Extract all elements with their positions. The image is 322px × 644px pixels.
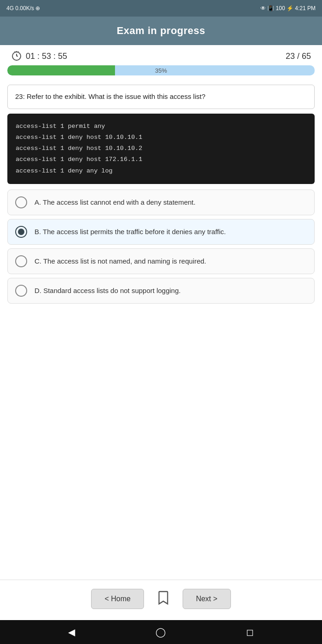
progress-bar-container: 35% xyxy=(7,65,315,75)
options-container: A. The access list cannot end with a den… xyxy=(7,190,315,304)
bookmark-button[interactable] xyxy=(153,586,173,611)
network-info: 4G 0.00K/s ⊕ xyxy=(6,5,40,12)
status-right: 👁 📳 100 ⚡ 4:21 PM xyxy=(260,5,316,12)
code-line-3: access-list 1 deny host 10.10.10.2 xyxy=(16,143,306,154)
option-a-text: A. The access list cannot end with a den… xyxy=(34,197,196,208)
code-line-1: access-list 1 permit any xyxy=(16,121,306,132)
next-button[interactable]: Next > xyxy=(183,589,231,609)
option-d-text: D. Standard access lists do not support … xyxy=(34,286,181,296)
option-b-text: B. The access list permits the traffic b… xyxy=(34,227,226,237)
content-spacer xyxy=(0,304,322,571)
back-button[interactable]: ◀ xyxy=(68,627,75,638)
exam-header: Exam in progress xyxy=(0,17,322,45)
option-c[interactable]: C. The access list is not named, and nam… xyxy=(7,248,315,274)
status-icons: 👁 📳 100 ⚡ 4:21 PM xyxy=(260,5,316,12)
radio-b-inner xyxy=(18,229,24,235)
code-line-2: access-list 1 deny host 10.10.10.1 xyxy=(16,132,306,143)
code-block: access-list 1 permit any access-list 1 d… xyxy=(7,114,315,184)
question-box: 23: Refer to the exhibit. What is the is… xyxy=(7,85,315,109)
recents-button[interactable]: ◻ xyxy=(246,627,254,638)
timer-icon xyxy=(11,51,22,62)
status-left: 4G 0.00K/s ⊕ xyxy=(6,5,40,12)
question-count: 23 / 65 xyxy=(286,52,311,61)
option-c-text: C. The access list is not named, and nam… xyxy=(34,256,206,267)
timer-value: 01 : 53 : 55 xyxy=(26,52,67,61)
code-line-5: access-list 1 deny any log xyxy=(16,166,306,177)
radio-c xyxy=(15,255,27,267)
radio-a xyxy=(15,196,27,208)
progress-label: 35% xyxy=(155,67,167,74)
option-a[interactable]: A. The access list cannot end with a den… xyxy=(7,190,315,215)
bookmark-icon xyxy=(157,590,170,606)
code-line-4: access-list 1 deny host 172.16.1.1 xyxy=(16,154,306,165)
status-bar: 4G 0.00K/s ⊕ 👁 📳 100 ⚡ 4:21 PM xyxy=(0,0,322,17)
option-b[interactable]: B. The access list permits the traffic b… xyxy=(7,219,315,245)
home-android-button[interactable]: ◯ xyxy=(155,627,166,638)
timer-row: 01 : 53 : 55 23 / 65 xyxy=(0,45,322,65)
android-nav-bar: ◀ ◯ ◻ xyxy=(0,620,322,644)
progress-fill xyxy=(7,65,115,75)
home-button[interactable]: < Home xyxy=(91,589,144,609)
svg-line-5 xyxy=(18,52,18,52)
question-text: 23: Refer to the exhibit. What is the is… xyxy=(15,92,206,100)
header-title: Exam in progress xyxy=(117,25,206,36)
option-d[interactable]: D. Standard access lists do not support … xyxy=(7,278,315,304)
svg-line-4 xyxy=(15,52,15,52)
radio-d xyxy=(15,285,27,297)
radio-b xyxy=(15,226,27,238)
bottom-nav: < Home Next > xyxy=(0,580,322,620)
